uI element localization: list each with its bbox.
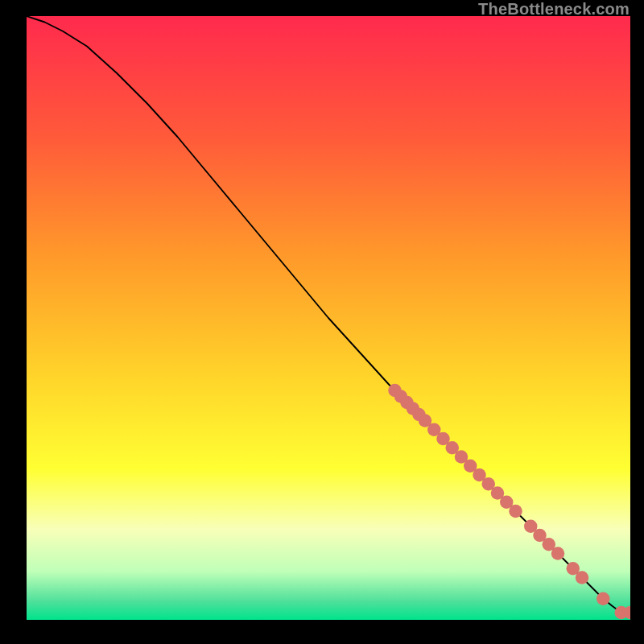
plot-svg [27, 16, 630, 620]
marker-point [576, 571, 589, 584]
marker-point [551, 547, 565, 560]
watermark-label: TheBottleneck.com [478, 0, 630, 19]
plot-area [27, 16, 630, 620]
chart-stage: TheBottleneck.com [0, 0, 644, 644]
marker-point [509, 505, 522, 518]
marker-point [597, 592, 610, 606]
